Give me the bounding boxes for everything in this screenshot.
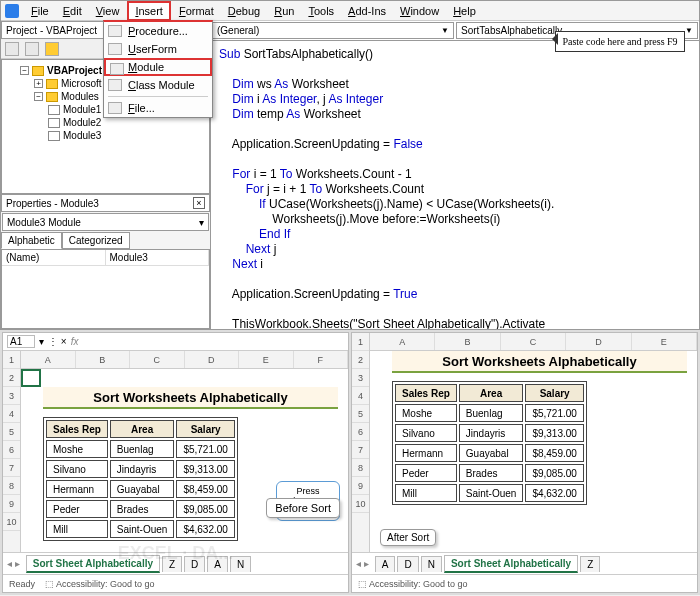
code-line: Next i — [219, 257, 691, 272]
collapse-icon[interactable]: − — [34, 92, 43, 101]
name-box[interactable]: A1 — [7, 335, 35, 348]
prop-name-value[interactable]: Module3 — [106, 250, 210, 265]
table-row: SilvanoJindayris9,313.00 — [46, 460, 235, 478]
code-line: Dim ws As Worksheet — [219, 77, 691, 92]
row-header[interactable]: 6 — [352, 423, 369, 441]
properties-grid[interactable]: (Name)Module3 — [1, 249, 210, 329]
sheet-tab[interactable]: D — [184, 556, 205, 572]
row-header[interactable]: 5 — [3, 423, 20, 441]
row-header[interactable]: 1 — [352, 333, 369, 351]
row-header[interactable]: 7 — [352, 441, 369, 459]
menu-help[interactable]: Help — [447, 3, 482, 19]
column-headers[interactable]: ABCDE — [370, 333, 697, 351]
row-header[interactable]: 8 — [352, 459, 369, 477]
sheet-tab[interactable]: Z — [162, 556, 182, 572]
row-headers[interactable]: 12345678910 — [3, 351, 21, 552]
row-header[interactable]: 3 — [352, 369, 369, 387]
col-header[interactable]: C — [130, 351, 185, 368]
sheet-tab[interactable]: A — [207, 556, 228, 572]
menu-edit[interactable]: Edit — [57, 3, 88, 19]
col-header[interactable]: B — [76, 351, 131, 368]
menu-format[interactable]: Format — [173, 3, 220, 19]
col-header[interactable]: F — [294, 351, 349, 368]
module-module3[interactable]: Module3 — [48, 129, 205, 142]
insert-menu-module[interactable]: Module — [104, 58, 212, 76]
table-row: MosheBuenlag5,721.00 — [395, 404, 584, 422]
menu-insert[interactable]: Insert — [127, 1, 171, 21]
row-header[interactable]: 7 — [3, 459, 20, 477]
row-header[interactable]: 9 — [352, 477, 369, 495]
module-icon — [48, 118, 60, 128]
sheet-tab[interactable]: N — [421, 556, 442, 572]
sheet-tab[interactable]: Z — [580, 556, 600, 572]
sheet-tab[interactable]: N — [230, 556, 251, 572]
sheet-tab[interactable]: Sort Sheet Alphabetically — [444, 555, 578, 573]
row-header[interactable]: 9 — [3, 495, 20, 513]
fx-icon[interactable]: fx — [71, 336, 79, 347]
expand-icon[interactable]: + — [34, 79, 43, 88]
sheet-title: Sort Worksheets Alphabetically — [43, 387, 338, 409]
code-line: Next j — [219, 242, 691, 257]
menu-view[interactable]: View — [90, 3, 126, 19]
table-row: MillSaint-Ouen4,632.00 — [46, 520, 235, 538]
col-header[interactable]: D — [185, 351, 240, 368]
column-headers[interactable]: ABCDEF — [21, 351, 348, 369]
properties-object-combo[interactable]: Module3 Module▾ — [2, 213, 209, 231]
row-headers[interactable]: 12345678910 — [352, 333, 370, 552]
tab-nav-arrows[interactable]: ◂ ▸ — [7, 558, 20, 569]
sheet-tab[interactable]: D — [397, 556, 418, 572]
col-header[interactable]: B — [435, 333, 500, 350]
insert-menu-procedure[interactable]: Procedure... — [104, 22, 212, 40]
sheet-title: Sort Worksheets Alphabetically — [392, 351, 687, 373]
sheet-tab[interactable]: Sort Sheet Alphabetically — [26, 555, 160, 573]
row-header[interactable]: 1 — [3, 351, 20, 369]
view-object-icon[interactable] — [25, 42, 39, 56]
folder-icon[interactable] — [45, 42, 59, 56]
module-icon — [48, 105, 60, 115]
menu-window[interactable]: Window — [394, 3, 445, 19]
dropdown-icon[interactable]: ▾ — [39, 336, 44, 347]
insert-menu-classmodule[interactable]: Class Module — [104, 76, 212, 94]
menu-debug[interactable]: Debug — [222, 3, 266, 19]
menu-add-ins[interactable]: Add-Ins — [342, 3, 392, 19]
col-header[interactable]: E — [632, 333, 697, 350]
menu-run[interactable]: Run — [268, 3, 300, 19]
cells-area[interactable]: ABCDEF Sort Worksheets Alphabetically Sa… — [21, 351, 348, 552]
col-header[interactable]: C — [501, 333, 566, 350]
tab-alphabetic[interactable]: Alphabetic — [1, 232, 62, 249]
properties-tabs: Alphabetic Categorized — [1, 232, 210, 249]
menu-file[interactable]: File — [25, 3, 55, 19]
tab-categorized[interactable]: Categorized — [62, 232, 130, 249]
row-header[interactable]: 8 — [3, 477, 20, 495]
col-header[interactable]: A — [370, 333, 435, 350]
code-editor[interactable]: Sub SortTabsAlphabetically() Dim ws As W… — [211, 41, 699, 329]
row-header[interactable]: 3 — [3, 387, 20, 405]
row-header[interactable]: 4 — [3, 405, 20, 423]
cells-area[interactable]: ABCDE Sort Worksheets Alphabetically Sal… — [370, 333, 697, 552]
modules-node[interactable]: Modules — [61, 91, 99, 102]
insert-menu-dropdown: Procedure...UserFormModuleClass ModuleFi… — [103, 20, 213, 118]
row-header[interactable]: 2 — [3, 369, 20, 387]
view-code-icon[interactable] — [5, 42, 19, 56]
sheet-tab[interactable]: A — [375, 556, 396, 572]
code-line: Application.ScreenUpdating = True — [219, 287, 691, 302]
row-header[interactable]: 2 — [352, 351, 369, 369]
menu-tools[interactable]: Tools — [302, 3, 340, 19]
row-header[interactable]: 5 — [352, 405, 369, 423]
collapse-icon[interactable]: − — [20, 66, 29, 75]
code-line — [219, 302, 691, 317]
close-icon[interactable]: × — [193, 197, 205, 209]
tab-nav-arrows[interactable]: ◂ ▸ — [356, 558, 369, 569]
row-header[interactable]: 10 — [352, 495, 369, 513]
row-header[interactable]: 6 — [3, 441, 20, 459]
active-cell[interactable] — [21, 369, 41, 387]
insert-menu-file[interactable]: File... — [104, 99, 212, 117]
col-header[interactable]: D — [566, 333, 631, 350]
col-header[interactable]: E — [239, 351, 294, 368]
row-header[interactable]: 10 — [3, 513, 20, 531]
col-header[interactable]: A — [21, 351, 76, 368]
menu-item-icon — [108, 25, 122, 37]
object-combo[interactable]: (General)▼ — [212, 22, 454, 39]
insert-menu-userform[interactable]: UserForm — [104, 40, 212, 58]
row-header[interactable]: 4 — [352, 387, 369, 405]
